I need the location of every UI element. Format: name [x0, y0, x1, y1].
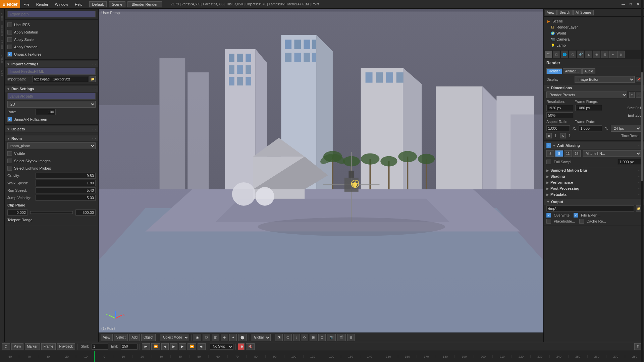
props-tab-particles[interactable]: ✦: [609, 51, 616, 58]
aa-16-button[interactable]: 16: [573, 150, 581, 157]
mitchell-select[interactable]: Mitchell-N...: [583, 150, 641, 157]
output-menu[interactable]: ···: [638, 200, 641, 204]
viewport-icon-1[interactable]: ◉: [194, 334, 201, 341]
skybox-checkbox[interactable]: [7, 159, 12, 163]
sidebar-create-tab[interactable]: Create: [0, 10, 4, 23]
dimensions-header[interactable]: ▼ Dimensions ···: [544, 85, 644, 91]
sampled-mb-row[interactable]: ▶ Sampled Motion Blur ···: [544, 167, 644, 173]
placeholder-checkbox[interactable]: [546, 219, 551, 224]
timeline-playback-btn[interactable]: Playback: [57, 343, 75, 350]
anti-aliasing-header[interactable]: ✓ ▼ Anti-Aliasing ···: [544, 142, 644, 149]
viewport-icon-2[interactable]: ⬡: [203, 334, 210, 341]
tree-world[interactable]: 🌍 World: [544, 30, 644, 36]
import-settings-header[interactable]: ▼ Import Settings ···: [5, 61, 98, 67]
full-sample-input[interactable]: [618, 159, 641, 165]
right-panel-scrollbar[interactable]: [641, 9, 643, 342]
default-layout-select[interactable]: Default: [89, 1, 107, 7]
viewport-icon-6[interactable]: ⬤: [238, 334, 247, 341]
viewport-tool-9[interactable]: ⊟: [347, 334, 355, 341]
objects-header[interactable]: ▼ Objects ···: [5, 126, 98, 132]
props-tab-scene[interactable]: ⛭: [553, 51, 560, 58]
cache-re-checkbox[interactable]: [579, 219, 584, 224]
clip-min-input[interactable]: [7, 209, 28, 216]
record-button[interactable]: ⏺: [238, 343, 245, 350]
objects-menu[interactable]: ···: [92, 127, 96, 131]
tree-scene[interactable]: ▶ Scene: [544, 18, 644, 24]
full-sample-checkbox[interactable]: [546, 160, 551, 164]
sidebar-relations-tab[interactable]: Relations: [0, 24, 4, 38]
tree-render-layer[interactable]: 🎞 RenderLayer: [544, 24, 644, 30]
engine-select[interactable]: Blender Render: [127, 1, 162, 7]
timeline-icon[interactable]: ⏱: [2, 343, 10, 350]
apply-rotation-checkbox[interactable]: [7, 30, 12, 35]
scene-select[interactable]: Scene: [109, 1, 125, 7]
audio-button[interactable]: Audio: [582, 68, 596, 74]
props-tab-constraints[interactable]: 🔗: [577, 51, 584, 58]
apply-scale-checkbox[interactable]: [7, 37, 12, 42]
overwrite-checkbox[interactable]: ✓: [546, 213, 551, 218]
viewport-tool-5[interactable]: ⊞: [310, 334, 317, 341]
end-frame-input[interactable]: [121, 344, 138, 350]
import-path-browse-button[interactable]: 📁: [90, 76, 96, 82]
animation-button[interactable]: Animati...: [563, 68, 582, 74]
search-tab[interactable]: Search: [557, 10, 573, 15]
res-x-input[interactable]: [546, 105, 573, 111]
viewport-icon-5[interactable]: ✦: [229, 334, 237, 341]
run-settings-header[interactable]: ▼ Run Settings ···: [5, 86, 98, 92]
viewport-tool-7[interactable]: 📷: [327, 334, 336, 341]
run-settings-menu[interactable]: ···: [92, 87, 96, 91]
viewport-icon-4[interactable]: ⊕: [221, 334, 228, 341]
preset-remove-button[interactable]: −: [636, 92, 641, 98]
close-button[interactable]: ✕: [635, 2, 641, 7]
aa-11-button[interactable]: 11: [564, 150, 572, 157]
viewport-icon-3[interactable]: ◫: [212, 334, 219, 341]
janusvr-fullscreen-checkbox[interactable]: [7, 117, 12, 122]
shading-menu[interactable]: ···: [638, 174, 641, 178]
props-tab-texture[interactable]: ⊞: [601, 51, 608, 58]
use-ipfs-checkbox[interactable]: [7, 22, 12, 27]
play-button[interactable]: ▶: [170, 343, 177, 350]
janusvr-path-input[interactable]: [7, 93, 96, 100]
props-tab-material[interactable]: ◉: [593, 51, 600, 58]
b-button[interactable]: B: [546, 133, 552, 138]
props-tab-physics[interactable]: ⊕: [617, 51, 625, 58]
render-button[interactable]: Render: [546, 68, 562, 74]
viewport-object-btn[interactable]: Object: [141, 334, 156, 341]
minimize-button[interactable]: —: [621, 2, 626, 7]
timeline-settings-button[interactable]: ⚙: [634, 343, 642, 350]
file-ext-checkbox[interactable]: ✓: [574, 213, 578, 218]
clip-slider[interactable]: [30, 211, 73, 214]
export-path-input[interactable]: [7, 11, 96, 17]
viewport[interactable]: User Persp X Y Z (1) Point View Select A…: [99, 9, 543, 342]
shading-row[interactable]: ▶ Shading ···: [544, 173, 644, 179]
preset-add-button[interactable]: +: [629, 92, 635, 98]
rate-input[interactable]: [36, 109, 56, 115]
viewport-global-select[interactable]: Global: [251, 334, 271, 341]
prev-keyframe-button[interactable]: ⏪: [151, 343, 160, 350]
tree-lamp[interactable]: 💡 Lamp: [544, 42, 644, 48]
viewport-mode-select[interactable]: Object Mode: [160, 334, 189, 341]
dimension-select[interactable]: 2D: [7, 101, 96, 108]
right-panel-scroll-thumb[interactable]: [641, 72, 643, 181]
jump-end-button[interactable]: ⏭: [198, 343, 206, 350]
timeline-ruler-area[interactable]: -50 -40 -30 -20 -10 0 10 20 30 40 50 60 …: [0, 351, 644, 362]
jump-velocity-input[interactable]: [36, 195, 96, 201]
menu-file[interactable]: File: [20, 0, 33, 8]
fps-select[interactable]: 24 fps: [611, 125, 641, 132]
output-path-input[interactable]: [546, 205, 634, 212]
apply-position-checkbox[interactable]: [7, 45, 12, 49]
clip-max-input[interactable]: [75, 209, 96, 216]
dimensions-menu[interactable]: ···: [638, 86, 641, 90]
sidebar-physics-tab[interactable]: Physics: [0, 38, 4, 52]
post-processing-row[interactable]: ▶ Post Processing ···: [544, 185, 644, 191]
sidebar-misc-tab[interactable]: Misc: [0, 66, 4, 80]
menu-window[interactable]: Window: [52, 0, 71, 8]
props-tab-render[interactable]: 🎬: [545, 51, 552, 58]
next-frame-button[interactable]: ▶: [179, 343, 186, 350]
viewport-add-btn[interactable]: Add: [129, 334, 140, 341]
metadata-menu[interactable]: ···: [638, 192, 641, 196]
aa-8-button[interactable]: 8: [555, 150, 563, 157]
start-frame-input[interactable]: [92, 344, 108, 350]
menu-render[interactable]: Render: [33, 0, 52, 8]
props-tab-data[interactable]: ▲: [585, 51, 592, 58]
